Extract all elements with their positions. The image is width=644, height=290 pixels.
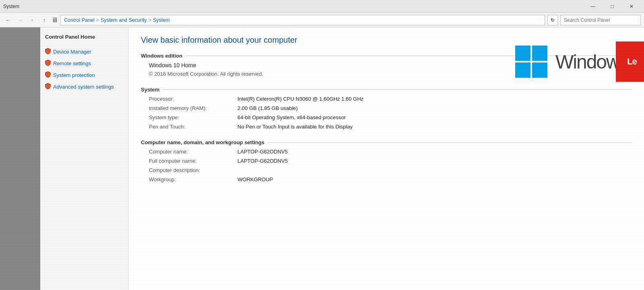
breadcrumb-control-panel[interactable]: Control Panel bbox=[64, 17, 95, 23]
forward-button[interactable]: → bbox=[15, 15, 25, 25]
address-bar: ← → • ↑ 🖥 Control Panel > System and Sec… bbox=[0, 13, 644, 27]
minimize-button[interactable]: — bbox=[584, 1, 602, 12]
sidebar-home-link[interactable]: Control Panel Home bbox=[45, 34, 124, 40]
system-section: System Processor: Intel(R) Celeron(R) CP… bbox=[141, 87, 632, 130]
computer-name-label-2: Computer description: bbox=[149, 167, 237, 173]
sidebar-item-system-protection[interactable]: System protection bbox=[45, 70, 124, 81]
system-field-value-0: Intel(R) Celeron(R) CPU N3060 @ 1.60GHz … bbox=[237, 96, 632, 102]
shield-icon-remote bbox=[45, 60, 51, 67]
system-field-label-2: System type: bbox=[149, 114, 237, 120]
title-bar: System — □ ✕ bbox=[0, 0, 644, 13]
computer-name-value-0: LAPTOP-G62ODNV5 bbox=[237, 149, 632, 155]
system-field-label-1: Installed memory (RAM): bbox=[149, 105, 237, 111]
desktop-icon: 🖥 bbox=[52, 17, 58, 24]
content-area: Window Le View basic information about y… bbox=[129, 27, 644, 290]
window-title: System bbox=[3, 4, 19, 9]
shield-icon-device bbox=[45, 48, 51, 56]
computer-name-header: Computer name, domain, and workgroup set… bbox=[141, 139, 632, 145]
computer-name-value-1: LAPTOP-G62ODNV5 bbox=[237, 158, 632, 164]
system-field-label-3: Pen and Touch: bbox=[149, 124, 237, 130]
computer-name-label-1: Full computer name: bbox=[149, 158, 237, 164]
computer-name-grid: Computer name: LAPTOP-G62ODNV5 Full comp… bbox=[141, 149, 632, 182]
system-field-value-3: No Pen or Touch Input is available for t… bbox=[237, 124, 632, 130]
left-panel bbox=[0, 27, 40, 290]
logo-tile-2 bbox=[532, 46, 547, 61]
sidebar-item-device-manager[interactable]: Device Manager bbox=[45, 46, 124, 57]
main-content: Control Panel Home Device Manager bbox=[0, 27, 644, 290]
title-bar-controls: — □ ✕ bbox=[584, 1, 641, 12]
windows-logo bbox=[515, 46, 547, 78]
lenovo-text: Le bbox=[627, 56, 637, 67]
system-field-value-2: 64-bit Operating System, x64-based proce… bbox=[237, 114, 632, 120]
sidebar-item-advanced-settings[interactable]: Advanced system settings bbox=[45, 81, 124, 92]
maximize-button[interactable]: □ bbox=[603, 1, 621, 12]
search-input[interactable] bbox=[560, 15, 641, 25]
windows-logo-area: Window Le bbox=[515, 35, 644, 88]
logo-tile-4 bbox=[532, 62, 547, 78]
breadcrumb-system-security[interactable]: System and Security bbox=[101, 17, 147, 23]
logo-tile-1 bbox=[515, 46, 530, 61]
close-button[interactable]: ✕ bbox=[622, 1, 641, 12]
sidebar-item-label: Device Manager bbox=[53, 49, 91, 55]
computer-name-label-3: Workgroup: bbox=[149, 176, 237, 182]
shield-icon-advanced bbox=[45, 83, 51, 91]
computer-name-label-0: Computer name: bbox=[149, 149, 237, 155]
breadcrumb-system[interactable]: System bbox=[153, 17, 170, 23]
lenovo-badge: Le bbox=[616, 41, 644, 82]
sidebar-item-remote-settings[interactable]: Remote settings bbox=[45, 58, 124, 69]
address-path[interactable]: Control Panel > System and Security > Sy… bbox=[60, 15, 545, 25]
sidebar: Control Panel Home Device Manager bbox=[40, 27, 129, 290]
computer-name-section: Computer name, domain, and workgroup set… bbox=[141, 139, 632, 182]
shield-icon-protection bbox=[45, 71, 51, 79]
sidebar-item-label: Remote settings bbox=[53, 60, 91, 66]
up-button[interactable]: ↑ bbox=[39, 15, 49, 25]
sidebar-item-label: Advanced system settings bbox=[53, 84, 114, 90]
logo-tile-3 bbox=[515, 62, 530, 78]
computer-name-value-2 bbox=[237, 167, 632, 173]
sidebar-item-label: System protection bbox=[53, 72, 95, 78]
refresh-button[interactable]: ↻ bbox=[547, 15, 558, 25]
refresh-nav-button[interactable]: • bbox=[27, 15, 37, 25]
system-field-value-1: 2.00 GB (1.85 GB usable) bbox=[237, 105, 632, 111]
back-button[interactable]: ← bbox=[3, 15, 13, 25]
title-bar-left: System bbox=[3, 4, 19, 9]
system-info-grid: Processor: Intel(R) Celeron(R) CPU N3060… bbox=[141, 96, 632, 130]
system-field-label-0: Processor: bbox=[149, 96, 237, 102]
computer-name-value-3: WORKGROUP bbox=[237, 176, 632, 182]
windows-brand-text: Window bbox=[555, 51, 619, 73]
